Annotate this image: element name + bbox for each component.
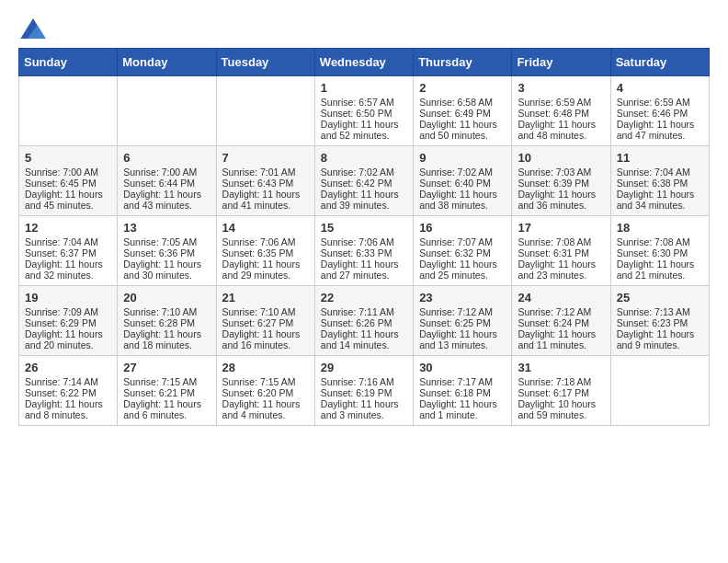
calendar-cell: 23Sunrise: 7:12 AMSunset: 6:25 PMDayligh… (414, 286, 512, 356)
cell-text: Sunset: 6:19 PM (321, 387, 407, 398)
calendar-cell (216, 76, 314, 146)
day-number: 2 (419, 81, 506, 95)
cell-text: Sunset: 6:48 PM (518, 108, 604, 119)
day-number: 26 (25, 361, 111, 374)
cell-text: Daylight: 11 hours and 20 minutes. (25, 328, 111, 350)
calendar-cell: 26Sunrise: 7:14 AMSunset: 6:22 PMDayligh… (19, 356, 118, 426)
cell-text: Sunset: 6:20 PM (222, 387, 309, 398)
cell-text: Sunset: 6:22 PM (25, 387, 111, 398)
cell-text: Sunrise: 7:12 AM (419, 306, 506, 317)
cell-text: Sunrise: 7:02 AM (419, 167, 506, 178)
calendar-cell: 24Sunrise: 7:12 AMSunset: 6:24 PMDayligh… (512, 286, 610, 356)
page-header (18, 18, 710, 39)
cell-text: Sunset: 6:26 PM (321, 317, 407, 328)
calendar-cell (19, 76, 118, 146)
cell-text: Daylight: 11 hours and 30 minutes. (123, 259, 210, 281)
cell-text: Daylight: 11 hours and 9 minutes. (617, 328, 703, 350)
calendar-cell (610, 356, 709, 426)
cell-text: Sunset: 6:18 PM (419, 387, 506, 398)
cell-text: Daylight: 11 hours and 29 minutes. (222, 259, 309, 281)
day-number: 20 (123, 291, 210, 304)
day-number: 31 (518, 361, 604, 374)
calendar-header-tuesday: Tuesday (216, 49, 314, 76)
day-number: 21 (222, 291, 309, 304)
day-number: 10 (518, 151, 604, 165)
day-number: 9 (419, 151, 506, 165)
cell-text: Sunrise: 7:09 AM (25, 306, 111, 317)
cell-text: Sunset: 6:44 PM (123, 178, 210, 189)
calendar-cell: 28Sunrise: 7:15 AMSunset: 6:20 PMDayligh… (216, 356, 314, 426)
cell-text: Sunrise: 7:12 AM (518, 306, 604, 317)
calendar-cell: 8Sunrise: 7:02 AMSunset: 6:42 PMDaylight… (314, 146, 413, 216)
cell-text: Sunset: 6:27 PM (222, 317, 309, 328)
calendar-week-row: 5Sunrise: 7:00 AMSunset: 6:45 PMDaylight… (19, 146, 710, 216)
cell-text: Daylight: 11 hours and 16 minutes. (222, 328, 309, 350)
day-number: 6 (123, 151, 210, 165)
cell-text: Sunset: 6:17 PM (518, 387, 604, 398)
calendar-cell: 30Sunrise: 7:17 AMSunset: 6:18 PMDayligh… (414, 356, 512, 426)
day-number: 29 (321, 361, 407, 374)
cell-text: Daylight: 11 hours and 14 minutes. (321, 328, 407, 350)
cell-text: Sunset: 6:40 PM (419, 178, 506, 189)
cell-text: Sunrise: 6:57 AM (321, 97, 407, 108)
cell-text: Sunset: 6:49 PM (419, 108, 506, 119)
day-number: 12 (25, 221, 111, 235)
calendar-cell: 25Sunrise: 7:13 AMSunset: 6:23 PMDayligh… (610, 286, 709, 356)
calendar-header-wednesday: Wednesday (314, 49, 413, 76)
day-number: 3 (518, 81, 604, 95)
calendar-week-row: 26Sunrise: 7:14 AMSunset: 6:22 PMDayligh… (19, 356, 710, 426)
cell-text: Sunrise: 7:18 AM (518, 376, 604, 387)
calendar-cell: 4Sunrise: 6:59 AMSunset: 6:46 PMDaylight… (610, 76, 709, 146)
cell-text: Sunrise: 7:16 AM (321, 376, 407, 387)
cell-text: Sunset: 6:37 PM (25, 247, 111, 259)
cell-text: Sunset: 6:30 PM (617, 247, 703, 259)
cell-text: Daylight: 11 hours and 4 minutes. (222, 398, 309, 420)
cell-text: Sunrise: 7:01 AM (222, 167, 309, 178)
cell-text: Sunset: 6:35 PM (222, 247, 309, 259)
cell-text: Sunrise: 7:00 AM (25, 167, 111, 178)
cell-text: Sunset: 6:21 PM (123, 387, 210, 398)
calendar-body: 1Sunrise: 6:57 AMSunset: 6:50 PMDaylight… (19, 76, 710, 426)
cell-text: Sunrise: 7:07 AM (419, 236, 506, 247)
cell-text: Daylight: 11 hours and 23 minutes. (518, 259, 604, 281)
calendar-header-sunday: Sunday (19, 49, 118, 76)
cell-text: Daylight: 11 hours and 45 minutes. (25, 189, 111, 211)
cell-text: Sunset: 6:32 PM (419, 247, 506, 259)
calendar-week-row: 12Sunrise: 7:04 AMSunset: 6:37 PMDayligh… (19, 216, 710, 286)
cell-text: Sunrise: 7:14 AM (25, 376, 111, 387)
day-number: 1 (321, 81, 407, 95)
cell-text: Daylight: 11 hours and 41 minutes. (222, 189, 309, 211)
cell-text: Sunrise: 7:15 AM (222, 376, 309, 387)
calendar-cell: 20Sunrise: 7:10 AMSunset: 6:28 PMDayligh… (118, 286, 216, 356)
cell-text: Sunrise: 7:05 AM (123, 236, 210, 247)
cell-text: Sunset: 6:31 PM (518, 247, 604, 259)
cell-text: Daylight: 11 hours and 3 minutes. (321, 398, 407, 420)
cell-text: Sunset: 6:38 PM (617, 178, 703, 189)
calendar-cell: 18Sunrise: 7:08 AMSunset: 6:30 PMDayligh… (610, 216, 709, 286)
day-number: 15 (321, 221, 407, 235)
cell-text: Sunrise: 7:15 AM (123, 376, 210, 387)
cell-text: Daylight: 11 hours and 48 minutes. (518, 119, 604, 141)
cell-text: Daylight: 11 hours and 38 minutes. (419, 189, 506, 211)
cell-text: Sunset: 6:33 PM (321, 247, 407, 259)
calendar-header-friday: Friday (512, 49, 610, 76)
cell-text: Sunset: 6:42 PM (321, 178, 407, 189)
cell-text: Sunrise: 7:00 AM (123, 167, 210, 178)
day-number: 27 (123, 361, 210, 374)
calendar-table: SundayMondayTuesdayWednesdayThursdayFrid… (18, 48, 710, 426)
day-number: 7 (222, 151, 309, 165)
cell-text: Sunrise: 7:06 AM (321, 236, 407, 247)
cell-text: Sunrise: 7:03 AM (518, 167, 604, 178)
day-number: 13 (123, 221, 210, 235)
calendar-cell: 21Sunrise: 7:10 AMSunset: 6:27 PMDayligh… (216, 286, 314, 356)
cell-text: Sunrise: 7:11 AM (321, 306, 407, 317)
cell-text: Sunset: 6:25 PM (419, 317, 506, 328)
calendar-cell: 1Sunrise: 6:57 AMSunset: 6:50 PMDaylight… (314, 76, 413, 146)
cell-text: Daylight: 11 hours and 8 minutes. (25, 398, 111, 420)
cell-text: Sunrise: 7:10 AM (222, 306, 309, 317)
day-number: 18 (617, 221, 703, 235)
cell-text: Sunrise: 6:59 AM (617, 97, 703, 108)
calendar-cell: 10Sunrise: 7:03 AMSunset: 6:39 PMDayligh… (512, 146, 610, 216)
cell-text: Sunset: 6:50 PM (321, 108, 407, 119)
day-number: 30 (419, 361, 506, 374)
